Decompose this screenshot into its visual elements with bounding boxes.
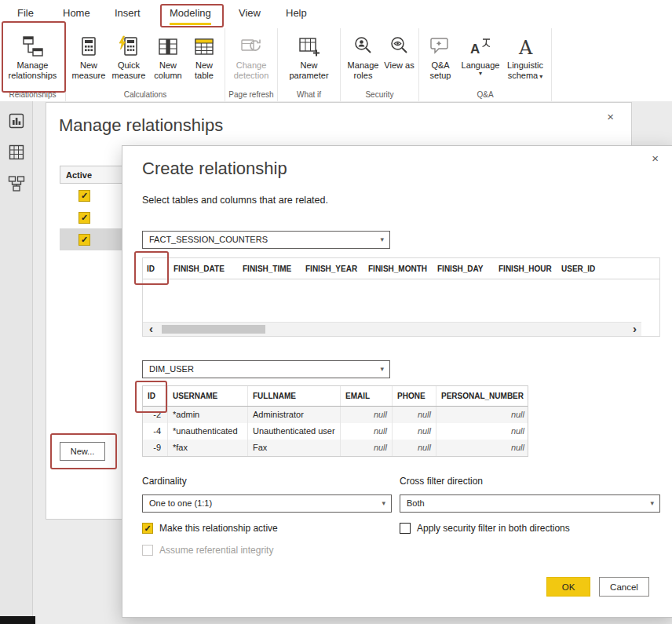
ok-button[interactable]: OK — [546, 577, 590, 597]
svg-text:A: A — [518, 37, 533, 58]
quick-measure-button[interactable]: Quick measure — [108, 32, 149, 82]
table1-col-id[interactable]: ID — [143, 258, 170, 279]
relationships-icon — [21, 34, 45, 59]
chevron-down-icon: ▾ — [462, 71, 500, 77]
quick-measure-icon — [117, 34, 141, 59]
relationship-active-checkbox[interactable]: ✓ — [79, 212, 90, 224]
new-column-icon — [156, 34, 180, 59]
change-detection-icon — [239, 34, 263, 59]
table2-col-id[interactable]: ID — [143, 386, 168, 406]
table1-col-finish-hour[interactable]: FINISH_HOUR — [495, 258, 557, 279]
group-label-security: Security — [341, 90, 418, 99]
table2-col-email[interactable]: EMAIL — [341, 386, 393, 406]
table2-col-fullname[interactable]: FULLNAME — [248, 386, 341, 406]
chevron-down-icon: ▾ — [380, 361, 384, 378]
new-table-icon — [192, 34, 216, 59]
make-active-option[interactable]: ✓ Make this relationship active — [142, 523, 278, 534]
menu-insert[interactable]: Insert — [115, 7, 141, 23]
new-parameter-button[interactable]: New parameter — [285, 32, 334, 82]
referential-integrity-checkbox — [142, 545, 153, 556]
group-label-calculations: Calculations — [66, 90, 225, 99]
group-label-page-refresh: Page refresh — [225, 90, 277, 99]
scrollbar-thumb[interactable] — [162, 325, 265, 334]
language-icon: A — [469, 34, 492, 59]
referential-integrity-option: Assume referential integrity — [142, 545, 273, 556]
scroll-left-icon[interactable]: ‹ — [149, 323, 153, 335]
change-detection-button: Change detection — [228, 32, 274, 82]
table1-col-finish-year[interactable]: FINISH_YEAR — [301, 258, 364, 279]
menu-modeling[interactable]: Modeling — [170, 7, 211, 25]
table1-col-finish-time[interactable]: FINISH_TIME — [239, 258, 301, 279]
menu-help[interactable]: Help — [286, 7, 307, 23]
table-row: -4 *unauthenticated Unauthenticated user… — [143, 423, 528, 440]
table2-col-phone[interactable]: PHONE — [393, 386, 436, 406]
powerbi-window: File Home Insert Modeling View Help — [0, 0, 672, 624]
table-row: -2 *admin Administrator null null null — [143, 407, 528, 423]
linguistic-schema-button[interactable]: A Linguistic schema▾ — [502, 32, 549, 83]
make-active-checkbox[interactable]: ✓ — [142, 523, 153, 534]
table1-col-finish-day[interactable]: FINISH_DAY — [433, 258, 495, 279]
ribbon: Manage relationships Relationships — [0, 28, 672, 102]
table-row: -9 *fax Fax null null null — [143, 440, 528, 456]
ribbon-group-calculations: New measure Quick measure — [66, 28, 225, 101]
language-button[interactable]: A Language▾ — [459, 32, 502, 78]
create-dialog-title: Create relationship — [142, 159, 287, 179]
cardinality-select[interactable]: One to one (1:1) ▾ — [142, 494, 392, 513]
table2-preview: ID USERNAME FULLNAME EMAIL PHONE PERSONA… — [142, 385, 528, 457]
relationship-active-checkbox[interactable]: ✓ — [79, 190, 90, 202]
cancel-button[interactable]: Cancel — [599, 577, 649, 597]
group-label-what-if: What if — [278, 90, 340, 99]
data-view-icon[interactable] — [8, 144, 25, 161]
scroll-right-icon[interactable]: › — [633, 323, 637, 335]
new-relationship-button[interactable]: New... — [60, 442, 105, 461]
menubar: File Home Insert Modeling View Help — [0, 0, 672, 28]
security-filter-checkbox[interactable] — [400, 523, 411, 534]
svg-text:A: A — [470, 42, 480, 57]
qa-setup-icon — [429, 34, 452, 59]
menu-home[interactable]: Home — [63, 7, 90, 23]
view-sidebar — [0, 101, 33, 616]
manage-dialog-title: Manage relationships — [59, 115, 223, 136]
cross-filter-select[interactable]: Both ▾ — [400, 494, 660, 513]
manage-roles-icon — [352, 34, 375, 59]
security-filter-option[interactable]: Apply security filter in both directions — [400, 523, 570, 534]
table1-col-finish-date[interactable]: FINISH_DATE — [170, 258, 239, 279]
table2-col-personal-number[interactable]: PERSONAL_NUMBER — [436, 386, 529, 406]
table1-col-finish-month[interactable]: FINISH_MONTH — [364, 258, 433, 279]
table2-select[interactable]: DIM_USER ▾ — [142, 360, 390, 378]
linguistic-schema-icon: A — [513, 34, 537, 59]
relationship-active-checkbox[interactable]: ✓ — [79, 234, 90, 246]
view-as-icon — [388, 34, 411, 59]
horizontal-scrollbar[interactable]: ‹ › — [143, 322, 641, 336]
new-table-button[interactable]: New table — [187, 32, 221, 82]
table2-col-username[interactable]: USERNAME — [168, 386, 248, 406]
chevron-down-icon: ▾ — [382, 495, 385, 512]
sidebar-bottom-strip — [0, 616, 35, 624]
ribbon-group-qa: Q&A setup A Language▾ A — [419, 28, 552, 101]
manage-roles-button[interactable]: Manage roles — [344, 32, 383, 82]
new-parameter-icon — [298, 34, 321, 59]
chevron-down-icon: ▾ — [380, 232, 384, 248]
ribbon-group-security: Manage roles View as Security — [341, 28, 419, 101]
menu-view[interactable]: View — [239, 7, 261, 23]
qa-setup-button[interactable]: Q&A setup — [422, 32, 459, 82]
close-icon[interactable]: × — [604, 109, 617, 124]
view-as-button[interactable]: View as — [383, 32, 416, 72]
new-measure-icon — [77, 34, 100, 59]
model-view-icon[interactable] — [8, 175, 25, 192]
chevron-down-icon: ▾ — [539, 73, 542, 80]
chevron-down-icon: ▾ — [650, 495, 654, 512]
close-icon[interactable]: × — [648, 151, 662, 166]
new-column-button[interactable]: New column — [149, 32, 187, 82]
table1-select[interactable]: FACT_SESSION_COUNTERS ▾ — [142, 231, 390, 249]
manage-relationships-button[interactable]: Manage relationships — [3, 32, 63, 82]
table1-body — [143, 279, 659, 322]
table1-preview: ID FINISH_DATE FINISH_TIME FINISH_YEAR F… — [142, 257, 660, 337]
new-measure-button[interactable]: New measure — [69, 32, 108, 82]
ribbon-group-what-if: New parameter What if — [278, 28, 341, 101]
table1-col-user-id[interactable]: USER_ID — [557, 258, 612, 279]
menu-file[interactable]: File — [17, 7, 34, 23]
ribbon-group-relationships: Manage relationships Relationships — [0, 28, 66, 101]
cardinality-label: Cardinality — [142, 476, 187, 487]
report-view-icon[interactable] — [8, 112, 25, 130]
